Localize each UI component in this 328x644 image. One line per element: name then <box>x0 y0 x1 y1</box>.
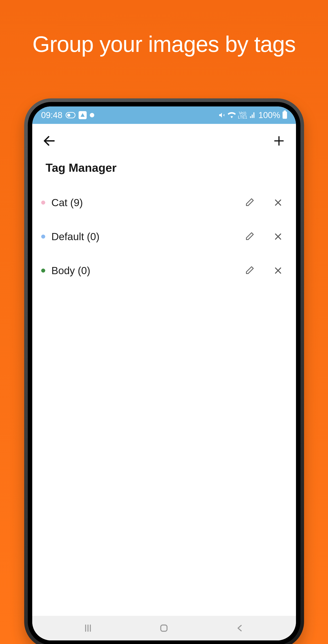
pencil-icon <box>244 266 255 276</box>
edit-tag-button[interactable] <box>240 228 258 246</box>
delete-tag-button[interactable] <box>269 194 287 212</box>
chevron-left-icon <box>235 624 245 633</box>
app-badge-icon <box>79 111 87 119</box>
recents-button[interactable] <box>79 619 97 637</box>
tag-row[interactable]: Default (0) <box>37 220 291 254</box>
close-icon <box>274 232 282 241</box>
close-icon <box>274 198 282 207</box>
close-icon <box>274 266 282 275</box>
arrow-left-icon <box>42 134 56 148</box>
tag-row[interactable]: Cat (9) <box>37 186 291 220</box>
phone-frame: 09:48 Vo)) LTE1 100% <box>24 98 304 644</box>
delete-tag-button[interactable] <box>269 262 287 280</box>
tag-list: Cat (9) Default (0) <box>32 186 296 616</box>
tag-row[interactable]: Body (0) <box>37 254 291 288</box>
recents-icon <box>83 624 93 633</box>
signal-icon <box>249 112 256 118</box>
pencil-icon <box>244 198 255 208</box>
tag-label: Default (0) <box>52 230 234 242</box>
back-button[interactable] <box>40 132 58 150</box>
edit-tag-button[interactable] <box>240 194 258 212</box>
home-button[interactable] <box>155 619 173 637</box>
tag-label: Body (0) <box>52 264 234 276</box>
android-nav-bar <box>32 616 296 640</box>
toggle-icon <box>66 112 75 118</box>
status-time: 09:48 <box>41 110 62 120</box>
tag-color-dot <box>41 234 45 238</box>
delete-tag-button[interactable] <box>269 228 287 246</box>
nav-back-button[interactable] <box>231 619 249 637</box>
edit-tag-button[interactable] <box>240 262 258 280</box>
battery-percent: 100% <box>258 110 280 120</box>
tag-label: Cat (9) <box>52 196 234 209</box>
plus-icon <box>273 134 285 147</box>
promo-headline: Group your images by tags <box>0 0 328 57</box>
battery-icon <box>282 112 287 119</box>
page-title: Tag Manager <box>32 154 296 186</box>
tag-color-dot <box>41 200 45 204</box>
app-bar <box>32 124 296 154</box>
add-tag-button[interactable] <box>270 132 288 150</box>
wifi-icon <box>228 111 236 119</box>
app-screen: 09:48 Vo)) LTE1 100% <box>32 106 296 640</box>
network-label: Vo)) LTE1 <box>238 111 247 119</box>
mute-icon <box>218 112 225 119</box>
home-icon <box>159 624 169 633</box>
pencil-icon <box>244 232 255 242</box>
tag-color-dot <box>41 268 45 272</box>
status-bar: 09:48 Vo)) LTE1 100% <box>32 106 296 124</box>
svg-rect-12 <box>161 625 167 631</box>
status-dot-icon <box>90 113 94 118</box>
